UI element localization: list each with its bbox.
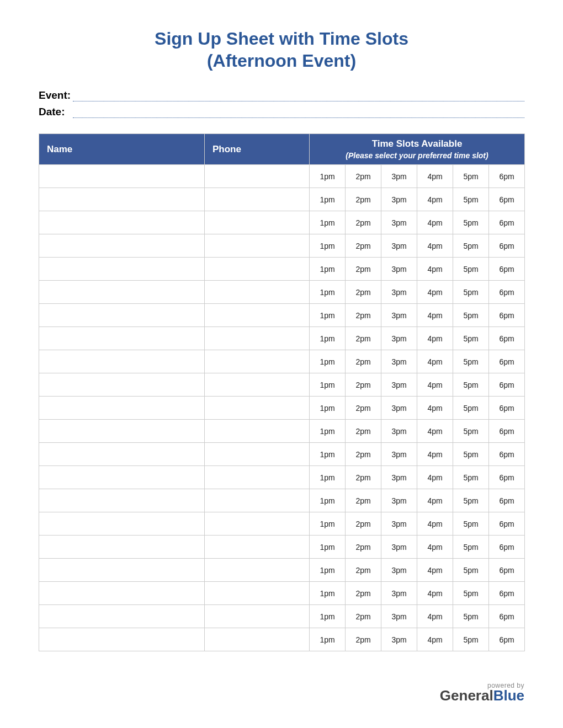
time-slot-cell[interactable]: 1pm xyxy=(310,397,346,420)
time-slot-cell[interactable]: 5pm xyxy=(453,234,489,258)
time-slot-cell[interactable]: 1pm xyxy=(310,281,346,304)
name-cell[interactable] xyxy=(39,165,205,188)
name-cell[interactable] xyxy=(39,350,205,373)
time-slot-cell[interactable]: 6pm xyxy=(489,373,525,397)
time-slot-cell[interactable]: 6pm xyxy=(489,188,525,211)
time-slot-cell[interactable]: 6pm xyxy=(489,211,525,234)
name-cell[interactable] xyxy=(39,234,205,258)
time-slot-cell[interactable]: 1pm xyxy=(310,373,346,397)
time-slot-cell[interactable]: 6pm xyxy=(489,350,525,373)
time-slot-cell[interactable]: 4pm xyxy=(417,559,453,582)
time-slot-cell[interactable]: 2pm xyxy=(346,327,381,350)
time-slot-cell[interactable]: 3pm xyxy=(381,443,417,466)
phone-cell[interactable] xyxy=(205,512,310,536)
time-slot-cell[interactable]: 1pm xyxy=(310,258,346,281)
time-slot-cell[interactable]: 5pm xyxy=(453,350,489,373)
name-cell[interactable] xyxy=(39,628,205,651)
name-cell[interactable] xyxy=(39,397,205,420)
time-slot-cell[interactable]: 1pm xyxy=(310,420,346,443)
time-slot-cell[interactable]: 3pm xyxy=(381,512,417,536)
phone-cell[interactable] xyxy=(205,350,310,373)
time-slot-cell[interactable]: 3pm xyxy=(381,489,417,512)
time-slot-cell[interactable]: 4pm xyxy=(417,582,453,605)
time-slot-cell[interactable]: 4pm xyxy=(417,234,453,258)
time-slot-cell[interactable]: 2pm xyxy=(346,234,381,258)
time-slot-cell[interactable]: 4pm xyxy=(417,188,453,211)
name-cell[interactable] xyxy=(39,258,205,281)
time-slot-cell[interactable]: 2pm xyxy=(346,211,381,234)
time-slot-cell[interactable]: 4pm xyxy=(417,350,453,373)
time-slot-cell[interactable]: 6pm xyxy=(489,397,525,420)
phone-cell[interactable] xyxy=(205,281,310,304)
time-slot-cell[interactable]: 5pm xyxy=(453,489,489,512)
time-slot-cell[interactable]: 1pm xyxy=(310,350,346,373)
time-slot-cell[interactable]: 1pm xyxy=(310,489,346,512)
time-slot-cell[interactable]: 2pm xyxy=(346,397,381,420)
time-slot-cell[interactable]: 5pm xyxy=(453,605,489,628)
time-slot-cell[interactable]: 4pm xyxy=(417,420,453,443)
name-cell[interactable] xyxy=(39,489,205,512)
phone-cell[interactable] xyxy=(205,373,310,397)
time-slot-cell[interactable]: 1pm xyxy=(310,165,346,188)
time-slot-cell[interactable]: 6pm xyxy=(489,234,525,258)
time-slot-cell[interactable]: 4pm xyxy=(417,165,453,188)
time-slot-cell[interactable]: 2pm xyxy=(346,536,381,559)
time-slot-cell[interactable]: 2pm xyxy=(346,281,381,304)
name-cell[interactable] xyxy=(39,536,205,559)
time-slot-cell[interactable]: 4pm xyxy=(417,466,453,489)
time-slot-cell[interactable]: 6pm xyxy=(489,443,525,466)
time-slot-cell[interactable]: 4pm xyxy=(417,258,453,281)
phone-cell[interactable] xyxy=(205,559,310,582)
time-slot-cell[interactable]: 1pm xyxy=(310,559,346,582)
time-slot-cell[interactable]: 1pm xyxy=(310,304,346,327)
time-slot-cell[interactable]: 4pm xyxy=(417,443,453,466)
time-slot-cell[interactable]: 3pm xyxy=(381,304,417,327)
time-slot-cell[interactable]: 2pm xyxy=(346,512,381,536)
time-slot-cell[interactable]: 4pm xyxy=(417,373,453,397)
time-slot-cell[interactable]: 6pm xyxy=(489,512,525,536)
time-slot-cell[interactable]: 1pm xyxy=(310,211,346,234)
time-slot-cell[interactable]: 1pm xyxy=(310,466,346,489)
time-slot-cell[interactable]: 2pm xyxy=(346,582,381,605)
phone-cell[interactable] xyxy=(205,234,310,258)
time-slot-cell[interactable]: 2pm xyxy=(346,188,381,211)
time-slot-cell[interactable]: 3pm xyxy=(381,397,417,420)
time-slot-cell[interactable]: 2pm xyxy=(346,466,381,489)
time-slot-cell[interactable]: 3pm xyxy=(381,211,417,234)
time-slot-cell[interactable]: 3pm xyxy=(381,258,417,281)
name-cell[interactable] xyxy=(39,188,205,211)
name-cell[interactable] xyxy=(39,211,205,234)
phone-cell[interactable] xyxy=(205,582,310,605)
time-slot-cell[interactable]: 3pm xyxy=(381,605,417,628)
time-slot-cell[interactable]: 3pm xyxy=(381,628,417,651)
phone-cell[interactable] xyxy=(205,304,310,327)
name-cell[interactable] xyxy=(39,304,205,327)
time-slot-cell[interactable]: 6pm xyxy=(489,605,525,628)
time-slot-cell[interactable]: 2pm xyxy=(346,489,381,512)
time-slot-cell[interactable]: 5pm xyxy=(453,582,489,605)
time-slot-cell[interactable]: 2pm xyxy=(346,165,381,188)
time-slot-cell[interactable]: 2pm xyxy=(346,628,381,651)
time-slot-cell[interactable]: 5pm xyxy=(453,188,489,211)
time-slot-cell[interactable]: 6pm xyxy=(489,420,525,443)
time-slot-cell[interactable]: 6pm xyxy=(489,304,525,327)
phone-cell[interactable] xyxy=(205,466,310,489)
time-slot-cell[interactable]: 6pm xyxy=(489,327,525,350)
time-slot-cell[interactable]: 1pm xyxy=(310,188,346,211)
time-slot-cell[interactable]: 3pm xyxy=(381,559,417,582)
time-slot-cell[interactable]: 1pm xyxy=(310,582,346,605)
time-slot-cell[interactable]: 5pm xyxy=(453,373,489,397)
time-slot-cell[interactable]: 2pm xyxy=(346,559,381,582)
name-cell[interactable] xyxy=(39,512,205,536)
time-slot-cell[interactable]: 5pm xyxy=(453,628,489,651)
phone-cell[interactable] xyxy=(205,165,310,188)
time-slot-cell[interactable]: 5pm xyxy=(453,466,489,489)
time-slot-cell[interactable]: 6pm xyxy=(489,536,525,559)
time-slot-cell[interactable]: 1pm xyxy=(310,605,346,628)
time-slot-cell[interactable]: 5pm xyxy=(453,327,489,350)
time-slot-cell[interactable]: 5pm xyxy=(453,165,489,188)
phone-cell[interactable] xyxy=(205,489,310,512)
time-slot-cell[interactable]: 4pm xyxy=(417,628,453,651)
time-slot-cell[interactable]: 3pm xyxy=(381,281,417,304)
time-slot-cell[interactable]: 6pm xyxy=(489,559,525,582)
